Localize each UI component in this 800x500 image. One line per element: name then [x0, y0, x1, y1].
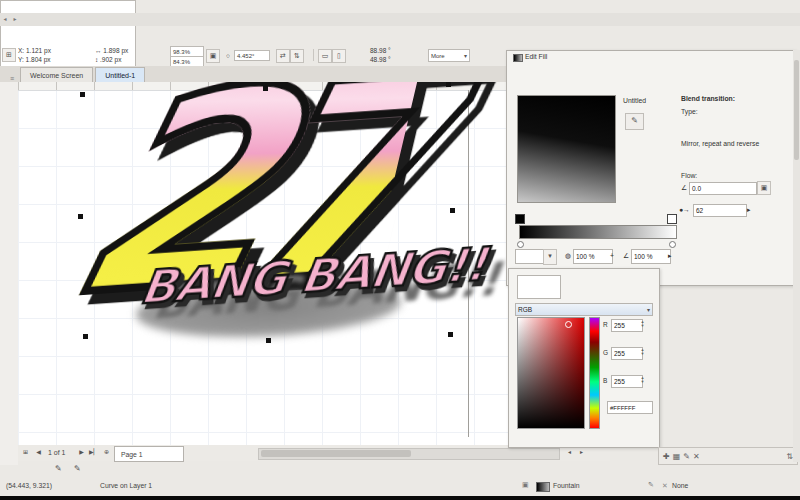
hue-bar[interactable] — [589, 317, 600, 429]
status-bar: (54.443, 9.321) Curve on Layer 1 ▣ Fount… — [0, 478, 800, 496]
selection-handle[interactable] — [266, 338, 271, 343]
new-layer-icon[interactable]: ✚ — [663, 452, 670, 461]
cursor-coords: (54.443, 9.321) — [6, 482, 52, 489]
drawing-canvas[interactable]: 27 BANG BANG!! BANG BANG!! — [18, 82, 590, 445]
color-marker — [565, 321, 572, 328]
fill-dialog-icon — [513, 54, 523, 62]
add-page-icon[interactable]: ⊕ — [101, 447, 112, 458]
selection-handle[interactable] — [78, 214, 83, 219]
saturation-square[interactable] — [517, 317, 585, 429]
stop-node-dot[interactable] — [669, 241, 676, 248]
eyedropper-icon[interactable]: ✎ — [625, 113, 644, 130]
new-master-layer-icon[interactable]: ▦ — [673, 452, 681, 461]
group-objects-icon[interactable]: ▭ — [318, 49, 332, 63]
selection-status: Curve on Layer 1 — [100, 482, 152, 489]
b-label: B — [603, 377, 607, 384]
offset-caret-icon[interactable]: ▸ — [747, 206, 750, 214]
corner-angle-a[interactable]: 88.98 ° — [370, 47, 391, 54]
edit-fill-dialog: Edit Fill Untitled ✎ Blend transition: T… — [506, 50, 796, 286]
height-value[interactable]: .902 px — [100, 56, 121, 63]
horizontal-scrollbar[interactable] — [258, 448, 560, 460]
selected-artwork[interactable]: 27 BANG BANG!! BANG BANG!! — [88, 84, 478, 374]
stepper-caret-icon[interactable]: ▸ — [668, 252, 671, 260]
outline-none-icon: ✕ — [662, 482, 668, 490]
offset-node-icon: ●→ — [679, 206, 690, 213]
width-icon: ↔ — [95, 47, 102, 54]
last-page-icon[interactable]: ▶▏ — [88, 447, 99, 458]
toolbox — [0, 82, 18, 465]
app-window: ◂ ▸ ⊞ X: 1.121 px Y: 1.804 px ↔ 1.898 px… — [0, 0, 800, 500]
mirror-horizontal-icon[interactable]: ⇄ — [276, 49, 290, 63]
dialog-title: Edit Fill — [525, 53, 547, 60]
selection-handle[interactable] — [450, 208, 455, 213]
r-spinner[interactable]: ▲▼ — [639, 320, 646, 328]
node-transparency-icon: ◍ — [565, 252, 571, 260]
scroll-left-icon[interactable]: ◂ — [564, 447, 575, 458]
gradient-stop-end[interactable] — [667, 214, 677, 224]
lock-ratio-icon[interactable]: ▣ — [206, 49, 220, 63]
blend-transition-label: Blend transition: — [681, 95, 735, 102]
gradient-stop-start[interactable] — [515, 214, 525, 224]
outline-status-label: None — [672, 482, 688, 489]
r-label: R — [603, 321, 608, 328]
selection-handle[interactable] — [80, 92, 85, 97]
fill-name: Untitled — [623, 97, 646, 104]
b-spinner[interactable]: ▲▼ — [639, 376, 646, 384]
fill-pen-icon[interactable]: ✎ — [74, 464, 81, 473]
rotation-angle-field[interactable]: 4.452° — [234, 50, 270, 61]
scroll-right-icon[interactable]: ▸ — [576, 447, 587, 458]
y-label: Y: — [18, 56, 24, 63]
g-label: G — [603, 349, 608, 356]
chevron-down-icon: ▾ — [647, 306, 650, 313]
fill-status-label: Fountain — [553, 482, 579, 489]
stop-node-dot[interactable] — [517, 241, 524, 248]
height-icon: ↕ — [95, 56, 98, 63]
palette-scroll-right-icon[interactable]: ▸ — [10, 14, 20, 25]
node-position-field[interactable]: 100 % — [631, 249, 671, 264]
fill-preview[interactable] — [517, 95, 616, 203]
next-page-icon[interactable]: ▶ — [76, 447, 87, 458]
page-tab[interactable]: Page 1 — [114, 446, 184, 462]
fill-status-swatch[interactable] — [536, 482, 550, 492]
y-value[interactable]: 1.804 px — [26, 56, 51, 63]
tab-untitled-1[interactable]: Untitled-1 — [95, 67, 145, 82]
chevron-down-icon: ▾ — [464, 52, 467, 59]
page-grid-icon[interactable]: ⊞ — [20, 447, 31, 458]
node-color-dropdown-icon[interactable]: ▾ — [543, 249, 557, 265]
flow-lock-icon[interactable]: ▣ — [757, 181, 771, 195]
flow-value-field[interactable]: 0.0 — [689, 182, 757, 195]
tab-list-icon[interactable]: ≡ — [10, 75, 14, 82]
docker-scroll-icon[interactable]: ⇅ — [786, 452, 793, 461]
delete-layer-icon[interactable]: ✕ — [693, 452, 700, 461]
selection-handle[interactable] — [83, 334, 88, 339]
selection-handle[interactable] — [446, 82, 451, 87]
selection-handle[interactable] — [263, 86, 268, 91]
g-spinner[interactable]: ▲▼ — [639, 348, 646, 356]
outline-pen-icon[interactable]: ✎ — [55, 464, 62, 473]
node-transparency-field[interactable]: 100 % — [573, 249, 613, 264]
palette-scroll-left-icon[interactable]: ◂ — [0, 14, 10, 25]
selection-handle[interactable] — [448, 332, 453, 337]
stepper-plus-icon[interactable]: + — [610, 252, 614, 259]
color-model-dropdown[interactable]: RGB▾ — [515, 303, 653, 316]
tab-welcome-screen[interactable]: Welcome Screen — [20, 67, 93, 82]
edit-layer-icon[interactable]: ✎ — [683, 452, 690, 461]
hex-value-field[interactable]: #FFFFFF — [607, 401, 653, 414]
width-value[interactable]: 1.898 px — [103, 47, 128, 54]
mirror-vertical-icon[interactable]: ⇅ — [290, 49, 304, 63]
position-grid-icon[interactable]: ⊞ — [2, 48, 16, 62]
ungroup-objects-icon[interactable]: ▯ — [332, 49, 346, 63]
rotate-icon: ○ — [226, 52, 230, 59]
corner-angle-b[interactable]: 48.98 ° — [370, 56, 391, 63]
prev-page-icon[interactable]: ◀ — [33, 447, 44, 458]
x-value[interactable]: 1.121 px — [26, 47, 51, 54]
docker-scrollbar[interactable] — [793, 50, 800, 462]
node-position-icon: ∠ — [623, 252, 629, 260]
more-options-button[interactable]: More▾ — [428, 49, 470, 62]
bottom-black-strip — [0, 496, 800, 500]
gradient-stop-strip[interactable] — [519, 225, 677, 239]
node-color-picker: RGB▾ R 255 ▲▼ G 255 ▲▼ B 255 ▲▼ #FFFFFF — [508, 268, 660, 448]
offset-value-field[interactable]: 62 — [693, 204, 747, 217]
type-label: Type: — [681, 108, 698, 115]
page-count: 1 of 1 — [48, 449, 66, 456]
